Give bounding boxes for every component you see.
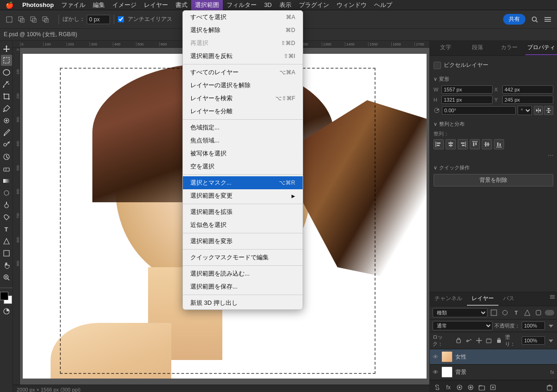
search-btn[interactable] bbox=[529, 14, 540, 25]
lock-transparent-btn[interactable] bbox=[454, 336, 463, 345]
menu-item-select-mask[interactable]: 選択とマスク... ⌥⌘R bbox=[183, 176, 303, 189]
menu-item-grow[interactable]: 選択範囲を拡張 bbox=[183, 206, 303, 218]
menu-item-select-all[interactable]: すべてを選択 ⌘A bbox=[183, 11, 303, 24]
add-group-btn[interactable] bbox=[477, 383, 486, 392]
blend-mode-select[interactable]: 通常 bbox=[433, 321, 492, 330]
menu-3d[interactable]: 3D bbox=[260, 0, 276, 10]
tool-gradient[interactable] bbox=[1, 175, 12, 186]
menu-item-transform-selection[interactable]: 選択範囲を変形 bbox=[183, 235, 303, 248]
tab-text[interactable]: 文字 bbox=[430, 41, 462, 55]
delete-layer-btn[interactable] bbox=[545, 383, 554, 392]
add-mask-btn[interactable] bbox=[455, 383, 464, 392]
tool-blur[interactable] bbox=[1, 187, 12, 199]
menu-help[interactable]: ヘルプ bbox=[370, 0, 396, 10]
link-layers-btn[interactable] bbox=[433, 383, 442, 392]
fill-input[interactable] bbox=[522, 336, 545, 345]
menu-plugins[interactable]: プラグイン bbox=[295, 0, 333, 10]
tool-hand[interactable] bbox=[1, 260, 12, 271]
blur-input[interactable] bbox=[87, 15, 110, 24]
tool-marquee[interactable] bbox=[1, 55, 12, 66]
menu-item-isolate-layers[interactable]: レイヤーを分離 bbox=[183, 105, 303, 118]
apple-menu[interactable]: 🍎 bbox=[0, 1, 19, 9]
align-right-btn[interactable] bbox=[458, 139, 468, 149]
menu-item-all-layers[interactable]: すべてのレイヤー ⌥⌘A bbox=[183, 66, 303, 79]
layer-filter-shape-btn[interactable] bbox=[523, 308, 532, 317]
options-btn[interactable] bbox=[542, 14, 553, 25]
height-input[interactable] bbox=[441, 96, 492, 104]
menu-item-find-layers[interactable]: レイヤーを検索 ⌥⇧⌘F bbox=[183, 92, 303, 105]
remove-bg-button[interactable]: 背景を削除 bbox=[434, 174, 553, 186]
tool-zoom[interactable] bbox=[1, 272, 12, 283]
panel-menu-btn[interactable] bbox=[548, 292, 557, 306]
tool-eyedropper[interactable] bbox=[1, 103, 12, 114]
new-selection-btn[interactable] bbox=[4, 14, 15, 25]
align-top-btn[interactable] bbox=[470, 139, 480, 149]
add-fx-btn[interactable]: fx bbox=[444, 383, 453, 392]
tab-color[interactable]: カラー bbox=[493, 41, 525, 55]
lock-all-btn[interactable] bbox=[495, 336, 503, 345]
menu-item-subject[interactable]: 被写体を選択 bbox=[183, 147, 303, 160]
y-input[interactable] bbox=[502, 96, 553, 104]
tool-history[interactable] bbox=[1, 151, 12, 162]
more-btn[interactable]: ··· bbox=[548, 151, 553, 159]
lock-position-btn[interactable] bbox=[475, 336, 483, 345]
menu-image[interactable]: イメージ bbox=[109, 0, 140, 10]
quick-actions-header[interactable]: クイック操作 bbox=[434, 164, 553, 171]
tool-lasso[interactable] bbox=[1, 67, 12, 78]
tool-pen[interactable] bbox=[1, 212, 12, 223]
tool-type[interactable]: T bbox=[1, 224, 12, 235]
opacity-input[interactable] bbox=[522, 321, 545, 330]
tool-heal[interactable] bbox=[1, 115, 12, 126]
align-bottom-btn[interactable] bbox=[494, 139, 504, 149]
menu-file[interactable]: ファイル bbox=[58, 0, 89, 10]
menu-type[interactable]: 書式 bbox=[172, 0, 191, 10]
menu-item-3d-extrude[interactable]: 新規 3D 押し出し bbox=[183, 296, 303, 309]
width-input[interactable] bbox=[441, 85, 492, 94]
layer-item[interactable]: 👁 女性 bbox=[430, 349, 557, 365]
tool-crop[interactable] bbox=[1, 91, 12, 102]
app-name[interactable]: Photoshop bbox=[19, 1, 58, 8]
flip-h-btn[interactable] bbox=[534, 106, 543, 115]
tab-properties[interactable]: プロパティ bbox=[525, 41, 557, 55]
tool-dodge[interactable] bbox=[1, 199, 12, 211]
subtract-selection-btn[interactable]: - bbox=[28, 14, 39, 25]
menu-item-save-selection[interactable]: 選択範囲を保存... bbox=[183, 280, 303, 293]
menu-item-inverse[interactable]: 選択範囲を反転 ⇧⌘I bbox=[183, 50, 303, 63]
layer-filter-pixel-btn[interactable] bbox=[489, 308, 499, 317]
menu-item-quick-mask[interactable]: クイックマスクモードで編集 bbox=[183, 251, 303, 264]
align-header[interactable]: 整列と分布 bbox=[434, 121, 553, 128]
menu-select[interactable]: 選択範囲 bbox=[191, 0, 223, 10]
filter-toggle[interactable] bbox=[545, 310, 554, 315]
add-selection-btn[interactable]: + bbox=[16, 14, 27, 25]
tab-paragraph[interactable]: 段落 bbox=[462, 41, 494, 55]
layer-filter-adjustment-btn[interactable] bbox=[500, 308, 510, 317]
add-layer-btn[interactable] bbox=[488, 383, 498, 392]
menu-item-deselect[interactable]: 選択を解除 ⌘D bbox=[183, 24, 303, 37]
layer-kind-select[interactable]: 種類 bbox=[433, 308, 487, 317]
align-left-btn[interactable] bbox=[434, 139, 444, 149]
lock-artboard-btn[interactable] bbox=[485, 336, 493, 345]
tool-eraser[interactable] bbox=[1, 163, 12, 174]
foreground-color-swatch[interactable] bbox=[0, 292, 8, 300]
menu-item-load-selection[interactable]: 選択範囲を読み込む... bbox=[183, 267, 303, 280]
flip-v-btn[interactable] bbox=[544, 106, 553, 115]
tool-magic-wand[interactable] bbox=[1, 79, 12, 90]
layer-filter-smart-btn[interactable] bbox=[534, 308, 543, 317]
layer-visibility-btn[interactable]: 👁 bbox=[433, 369, 439, 376]
x-input[interactable] bbox=[502, 85, 553, 94]
menu-layer[interactable]: レイヤー bbox=[140, 0, 172, 10]
tab-layers[interactable]: レイヤー bbox=[467, 292, 499, 306]
tab-channels[interactable]: チャンネル bbox=[430, 292, 467, 306]
tool-shape[interactable] bbox=[1, 248, 12, 259]
transform-header[interactable]: 変形 bbox=[434, 76, 553, 83]
add-adjustment-btn[interactable] bbox=[466, 383, 475, 392]
tool-move[interactable] bbox=[1, 43, 12, 54]
angle-input[interactable] bbox=[442, 106, 516, 115]
align-center-h-btn[interactable] bbox=[446, 139, 456, 149]
menu-item-modify[interactable]: 選択範囲を変更 ▶ bbox=[183, 189, 303, 202]
quick-mask-btn[interactable] bbox=[3, 308, 10, 315]
align-middle-btn[interactable] bbox=[482, 139, 492, 149]
menu-item-deselect-layers[interactable]: レイヤーの選択を解除 bbox=[183, 79, 303, 92]
menu-window[interactable]: ウィンドウ bbox=[333, 0, 370, 10]
share-button[interactable]: 共有 bbox=[503, 14, 525, 25]
